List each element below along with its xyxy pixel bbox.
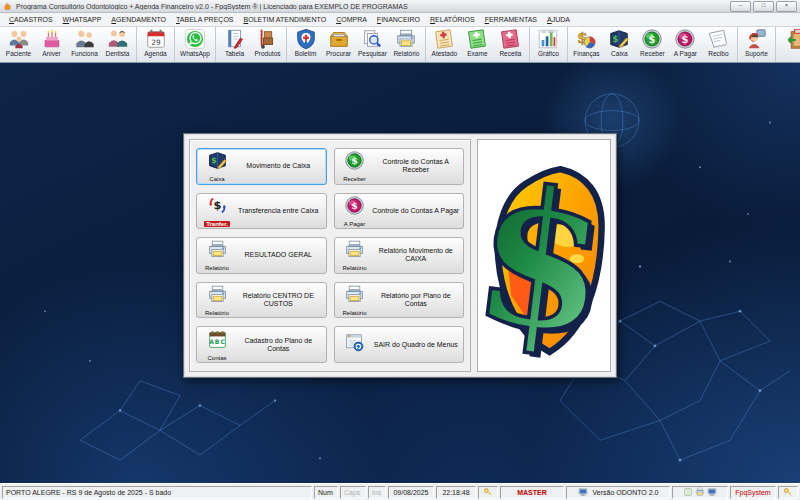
toolbar-a-pagar-button[interactable]: $A Pagar bbox=[669, 27, 702, 62]
toolbar-produtos-button[interactable]: Produtos bbox=[251, 27, 284, 62]
printer-icon bbox=[207, 284, 228, 309]
button-label: Relatório Movimento de CAIXA bbox=[372, 247, 461, 263]
status-time: 22:18:48 bbox=[436, 486, 476, 499]
toolbar-label: Boletim bbox=[295, 50, 317, 57]
minimize-button[interactable]: – bbox=[730, 1, 751, 12]
toolbar-funciona-button[interactable]: Funciona bbox=[68, 27, 101, 62]
toolbar-suporte-button[interactable]: Suporte bbox=[740, 27, 773, 62]
menu-item-relatorios[interactable]: RELATÓRIOS bbox=[425, 16, 480, 23]
toolbar-label: Receber bbox=[640, 50, 665, 57]
coin-pink-icon: $ bbox=[344, 195, 365, 220]
menu-item-agendamento[interactable]: AGENDAMENTO bbox=[106, 16, 171, 23]
patients-icon bbox=[8, 28, 30, 50]
toolbar-sair-button[interactable]: EXIT bbox=[778, 27, 800, 62]
toolbar-label: Produtos bbox=[254, 50, 280, 57]
close-button[interactable]: × bbox=[776, 1, 797, 12]
menu-item-ferramentas[interactable]: FERRAMENTAS bbox=[480, 16, 542, 23]
search-drawer-icon bbox=[328, 28, 350, 50]
toolbar-aniver-button[interactable]: Aniver bbox=[35, 27, 68, 62]
toolbar-procurar-button[interactable]: Procurar bbox=[322, 27, 355, 62]
status-brand[interactable]: FpqSystem bbox=[730, 486, 776, 499]
printer-icon bbox=[344, 284, 365, 309]
menu-item-ajuda[interactable]: AJUDA bbox=[542, 16, 575, 23]
toolbar-group: PacienteAniverFuncionaDentista bbox=[2, 27, 134, 62]
status-location: PORTO ALEGRE - RS 9 de Agosto de 2025 - … bbox=[2, 486, 312, 499]
toolbar-dentista-button[interactable]: Dentista bbox=[101, 27, 134, 62]
toolbar-label: Finanças bbox=[573, 50, 599, 57]
controle-do-contas-a-receber-button[interactable]: $ReceberControle do Contas A Receber bbox=[334, 148, 465, 185]
toolbar-label: A Pagar bbox=[674, 50, 697, 57]
toolbar-receita-button[interactable]: Receita bbox=[494, 27, 527, 62]
toolbar-recibo-button[interactable]: Recibo bbox=[702, 27, 735, 62]
menu-item-cadastros[interactable]: CADASTROS bbox=[4, 16, 58, 23]
toolbar-caixa-button[interactable]: $Caixa bbox=[603, 27, 636, 62]
button-caption: Relatório bbox=[205, 310, 229, 316]
controle-do-contas-a-pagar-button[interactable]: $A PagarControle do Contas A Pagar bbox=[334, 193, 465, 230]
menu-item-tabela-precos[interactable]: TABELA PREÇOS bbox=[171, 16, 238, 23]
toolbar-financas-button[interactable]: $Finanças bbox=[570, 27, 603, 62]
toolbar-pesquisar-button[interactable]: Pesquisar bbox=[355, 27, 390, 62]
relatorio-movimento-de-caixa-button[interactable]: RelatórioRelatório Movimento de CAIXA bbox=[334, 237, 465, 274]
relatorio-centro-de-custos-button[interactable]: RelatórioRelatório CENTRO DE CUSTOS bbox=[196, 282, 327, 319]
toolbar-receber-button[interactable]: $Receber bbox=[636, 27, 669, 62]
note-red-icon bbox=[499, 28, 521, 50]
menu-item-whatsapp[interactable]: WHATSAPP bbox=[58, 16, 107, 23]
app-window: Programa Consultório Odontológico + Agen… bbox=[0, 0, 800, 500]
toolbar-label: Atestado bbox=[432, 50, 458, 57]
search-docs-icon bbox=[361, 28, 383, 50]
toolbar-exame-button[interactable]: Exame bbox=[461, 27, 494, 62]
financial-buttons-panel: $CaixaMovimento de Caixa$ReceberControle… bbox=[189, 139, 471, 372]
printer-icon bbox=[395, 28, 417, 50]
toolbar-label: Paciente bbox=[6, 50, 31, 57]
toolbar-relatorio-button[interactable]: Relatório bbox=[390, 27, 423, 62]
toolbar-label: Suporte bbox=[745, 50, 768, 57]
book-icon bbox=[683, 487, 693, 497]
cadastro-do-plano-de-contas-button[interactable]: ABCContasCadastro do Plano de Contas bbox=[196, 326, 327, 363]
button-label: SAIR do Quadro de Menus bbox=[372, 341, 461, 349]
svg-text:EXIT: EXIT bbox=[795, 29, 800, 33]
button-icon-area: Relatório bbox=[200, 284, 234, 316]
button-label: Transferencia entre Caixa bbox=[234, 207, 323, 215]
cashbook-icon: $ bbox=[207, 150, 228, 175]
button-icon-area: ABCContas bbox=[200, 329, 234, 361]
title-bar: Programa Consultório Odontológico + Agen… bbox=[0, 0, 800, 13]
toolbar-group: AtestadoExameReceita bbox=[425, 27, 527, 62]
toolbar-atestado-button[interactable]: Atestado bbox=[428, 27, 461, 62]
movimento-de-caixa-button[interactable]: $CaixaMovimento de Caixa bbox=[196, 148, 327, 185]
menu-item-boletim-atendimento[interactable]: BOLETIM ATENDIMENTO bbox=[239, 16, 332, 23]
transferencia-entre-caixa-button[interactable]: $Tranfer.Transferencia entre Caixa bbox=[196, 193, 327, 230]
menu-item-financeiro[interactable]: FINANCEIRO bbox=[372, 16, 425, 23]
button-icon-area: $Receber bbox=[338, 150, 372, 182]
status-version: Versão ODONTO 2.0 bbox=[566, 486, 670, 499]
toolbar-label: Aniver bbox=[42, 50, 60, 57]
status-key-segment bbox=[478, 486, 498, 499]
toolbar-group: $Finanças$Caixa$Receber$A PagarRecibo bbox=[567, 27, 735, 62]
tooth-shield-icon bbox=[295, 28, 317, 50]
toolbar-whatsapp-button[interactable]: WhatsApp bbox=[177, 27, 213, 62]
financial-menu-dialog: $CaixaMovimento de Caixa$ReceberControle… bbox=[183, 133, 617, 378]
relatorio-por-plano-de-contas-button[interactable]: RelatórioRelatório por Plano de Contas bbox=[334, 282, 465, 319]
toolbar-boletim-button[interactable]: Boletim bbox=[289, 27, 322, 62]
monitor-icon bbox=[707, 487, 717, 497]
button-caption: A Pagar bbox=[344, 221, 365, 227]
button-caption: Receber bbox=[343, 176, 366, 182]
toolbar-tabela-button[interactable]: Tabela bbox=[218, 27, 251, 62]
support-icon bbox=[745, 28, 767, 50]
sair-do-quadro-de-menus-button[interactable]: SAIR do Quadro de Menus bbox=[334, 326, 465, 363]
button-caption: Relatório bbox=[205, 265, 229, 271]
toolbar-label: Pesquisar bbox=[358, 50, 387, 57]
toolbar-paciente-button[interactable]: Paciente bbox=[2, 27, 35, 62]
maximize-button[interactable]: □ bbox=[753, 1, 774, 12]
menu-item-compra[interactable]: COMPRA bbox=[331, 16, 372, 23]
toolbar-agenda-button[interactable]: 29Agenda bbox=[139, 27, 172, 62]
svg-text:$: $ bbox=[351, 155, 358, 166]
toolbar-group: Suporte bbox=[737, 27, 773, 62]
button-icon-area: Relatório bbox=[200, 239, 234, 271]
toolbar-grafico-button[interactable]: Gráfico bbox=[532, 27, 565, 62]
coin-pink-icon: $ bbox=[674, 28, 696, 50]
button-caption: Relatório bbox=[342, 310, 366, 316]
button-label: Controle do Contas A Receber bbox=[372, 158, 461, 174]
status-tools bbox=[672, 486, 728, 499]
resultado-geral-button[interactable]: RelatórioRESULTADO GERAL bbox=[196, 237, 327, 274]
button-icon-area: $Caixa bbox=[200, 150, 234, 182]
